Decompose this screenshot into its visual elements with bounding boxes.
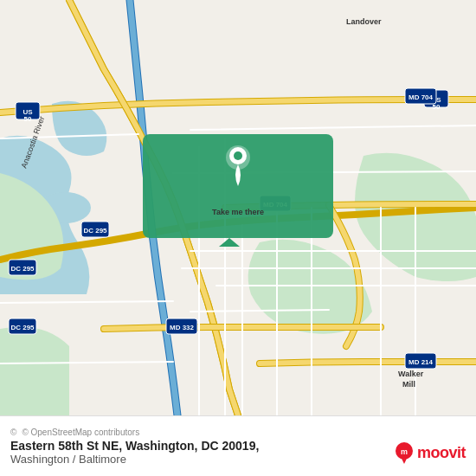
footer: © © OpenStreetMap contributors Eastern 5… (0, 415, 476, 476)
svg-text:MD 704: MD 704 (408, 93, 434, 101)
svg-text:Mill: Mill (402, 380, 415, 389)
svg-text:DC 295: DC 295 (10, 324, 35, 331)
svg-text:m: m (401, 447, 408, 456)
map-svg: US 50 US 50 DC 295 DC 295 DC 295 MD 704 … (0, 0, 476, 415)
moovit-icon: m (395, 441, 414, 466)
moovit-text: moovit (417, 444, 466, 462)
svg-text:DC 295: DC 295 (83, 227, 107, 235)
svg-text:50: 50 (24, 115, 32, 123)
svg-text:MD 332: MD 332 (170, 324, 195, 331)
footer-top: © © OpenStreetMap contributors (10, 428, 466, 437)
svg-text:MD 214: MD 214 (408, 358, 434, 366)
svg-text:DC 295: DC 295 (10, 265, 35, 273)
map-container: US 50 US 50 DC 295 DC 295 DC 295 MD 704 … (0, 0, 476, 415)
svg-text:Take me there: Take me there (212, 208, 264, 216)
svg-text:Walker: Walker (398, 370, 424, 378)
osm-credit: © OpenStreetMap contributors (22, 428, 139, 437)
footer-address: Eastern 58th St NE, Washington, DC 20019… (10, 439, 259, 453)
moovit-logo: m moovit (395, 441, 466, 466)
svg-point-46 (234, 151, 242, 160)
osm-logo: © (10, 428, 16, 437)
svg-text:Landover: Landover (346, 17, 382, 26)
footer-region: Washington / Baltimore (10, 453, 259, 466)
